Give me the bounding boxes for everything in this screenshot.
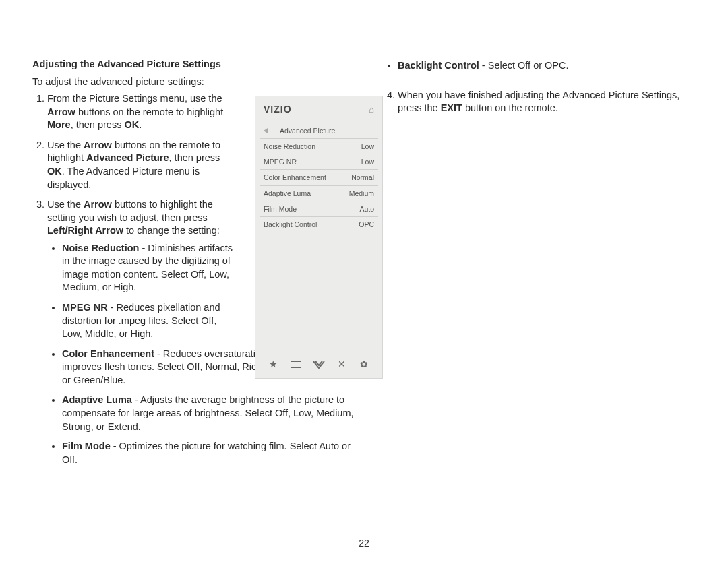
bold: EXIT [441,102,462,113]
osd-row-label: Color Enhancement [264,173,326,182]
osd-row-value: Normal [351,173,374,182]
text: buttons on the remote to highlight [75,106,223,117]
osd-footer: ★ ✕ ✿ [262,358,375,371]
section-title: Adjusting the Advanced Picture Settings [32,58,363,71]
osd-row-label: Noise Reduction [264,142,315,151]
option-label: MPEG NR [62,302,108,313]
text: . [139,119,142,130]
wide-icon [289,358,303,371]
sep: - [108,302,117,313]
brand-logo: VIZIO [264,103,292,116]
bold: More [47,119,71,130]
sep: - [479,60,488,71]
sep: - [111,441,119,451]
bold: Left/Right Arrow [47,225,123,236]
star-icon: ★ [267,358,280,371]
osd-row-value: Low [361,157,374,166]
osd-row-value: Medium [349,189,374,198]
text: Use the [47,139,84,150]
osd-row: Noise ReductionLow [260,139,378,154]
back-icon [264,128,268,133]
osd-row-value: Low [361,142,374,151]
step-3: Use the Arrow buttons to highlight the s… [47,198,236,341]
intro-text: To adjust the advanced picture settings: [32,75,363,89]
osd-row-label: Film Mode [264,204,297,214]
osd-row: MPEG NRLow [260,154,378,170]
home-icon: ⌂ [369,104,374,116]
options-list-narrow: Noise Reduction - Diminishes artifacts i… [47,242,236,341]
gear-icon: ✿ [357,358,371,371]
option-noise-reduction: Noise Reduction - Diminishes artifacts i… [62,242,236,294]
bold: Arrow [47,106,75,117]
step-1: From the Picture Settings menu, use the … [47,92,236,132]
step-4: When you have finished adjusting the Adv… [398,89,700,115]
bold: Arrow [84,139,112,150]
text: to change the setting: [123,225,220,236]
sep: - [139,243,148,253]
v-icon [311,361,326,369]
bold: Arrow [84,199,112,210]
osd-row-label: MPEG NR [264,157,297,166]
text: Use the [47,199,84,210]
osd-row-value: OPC [359,220,374,229]
step-2: Use the Arrow buttons on the remote to h… [47,139,236,191]
bold: OK [124,119,139,130]
text: button on the remote. [462,102,558,113]
text: , then press [169,152,220,163]
osd-row: Color EnhancementNormal [260,170,378,185]
page-number: 22 [0,537,728,550]
option-mpeg-nr: MPEG NR - Reduces pixellation and distor… [62,301,236,341]
sep: - [154,348,163,359]
sep: - [132,394,140,405]
right-column: Backlight Control - Select Off or OPC. W… [383,58,700,473]
option-label: Backlight Control [398,60,479,71]
osd-row: Backlight ControlOPC [260,217,378,232]
osd-settings-list: Noise ReductionLow MPEG NRLow Color Enha… [260,139,378,232]
text: , then press [71,119,125,130]
instruction-list-cont: When you have finished adjusting the Adv… [383,89,700,115]
text: . The Advanced Picture menu is displayed… [47,166,200,190]
option-backlight-control: Backlight Control - Select Off or OPC. [398,59,700,73]
option-label: Film Mode [62,441,111,451]
osd-row: Film ModeAuto [260,201,378,217]
text: From the Picture Settings menu, use the [47,93,222,104]
option-body: Select Off or OPC. [488,60,569,71]
osd-row: Adaptive LumaMedium [260,186,378,201]
osd-row-label: Backlight Control [264,220,317,229]
left-column: Adjusting the Advanced Picture Settings … [32,58,363,473]
options-list-right: Backlight Control - Select Off or OPC. [383,59,700,73]
osd-row-label: Adaptive Luma [264,189,311,198]
osd-panel: VIZIO ⌂ Advanced Picture Noise Reduction… [255,96,383,379]
bold: OK [47,166,62,177]
osd-row-value: Auto [359,204,374,214]
option-label: Color Enhancement [62,348,154,359]
osd-title: Advanced Picture [280,126,335,135]
osd-title-row: Advanced Picture [260,123,378,139]
option-label: Noise Reduction [62,243,139,253]
option-film-mode: Film Mode - Optimizes the picture for wa… [62,440,356,466]
option-label: Adaptive Luma [62,394,132,405]
option-adaptive-luma: Adaptive Luma - Adjusts the average brig… [62,394,356,433]
bold: Advanced Picture [86,152,169,163]
manual-page: Adjusting the Advanced Picture Settings … [0,0,728,487]
osd-header: VIZIO ⌂ [260,103,378,123]
close-icon: ✕ [335,358,348,371]
